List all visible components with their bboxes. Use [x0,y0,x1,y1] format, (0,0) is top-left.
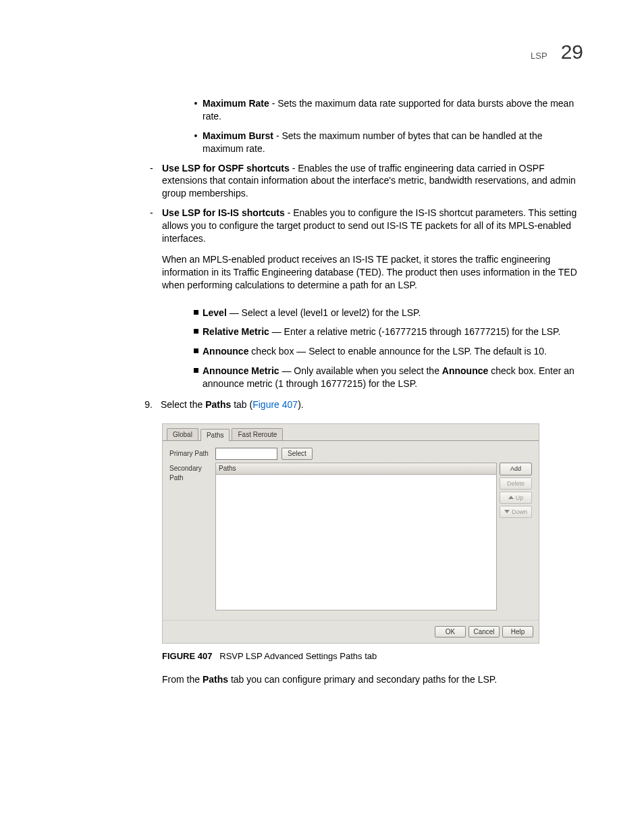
figure-caption: FIGURE 407 RSVP LSP Advanced Settings Pa… [162,650,583,662]
figure-label: FIGURE 407 [162,651,212,661]
dialog-body: Primary Path Select Secondary Path Paths… [163,440,539,620]
tab-fast-reroute[interactable]: Fast Reroute [232,428,283,441]
bullet-announce-metric: Announce Metric — Only available when yo… [189,365,583,390]
text: ). [298,399,304,410]
bullet-icon: • [189,130,203,142]
help-button[interactable]: Help [502,626,533,638]
bullet-relative-metric: Relative Metric — Enter a relative metri… [189,325,583,338]
header-chapter: 29 [561,41,583,63]
up-label: Up [516,494,524,502]
term: Announce Metric [203,365,279,376]
term: Relative Metric [203,326,269,337]
square-icon [189,365,203,373]
step-number: 9. [134,398,161,411]
text: tab ( [231,399,252,410]
paths-column-header: Paths [216,463,496,475]
paths-bold: Paths [205,399,231,410]
secondary-path-row: Secondary Path Paths Add Delete Up Down [169,463,532,610]
dash-icon: - [149,207,162,219]
cancel-button[interactable]: Cancel [468,626,500,638]
bullet-icon: • [189,97,203,109]
side-buttons: Add Delete Up Down [500,463,532,518]
bullet-ospf: - Use LSP for OSPF shortcuts - Enables t… [149,162,583,201]
ok-button[interactable]: OK [435,626,466,638]
secondary-path-label: Secondary Path [169,463,215,482]
term: Use LSP for OSPF shortcuts [162,163,290,174]
text: tab you can configure primary and second… [228,674,497,685]
desc: — Only available when you select the [279,365,442,376]
dialog-tabs: Global Paths Fast Reroute [163,424,539,441]
select-button[interactable]: Select [281,448,313,460]
step-9: 9. Select the Paths tab (Figure 407). [134,398,583,411]
dialog: Global Paths Fast Reroute Primary Path S… [162,423,539,644]
figure-link[interactable]: Figure 407 [252,399,298,410]
secondary-path-grid[interactable]: Paths [215,463,497,610]
square-icon [189,307,203,315]
bullet-level: Level — Select a level (level1 or level2… [189,307,583,319]
primary-path-label: Primary Path [169,448,215,459]
page-header: LSP 29 [61,41,583,63]
triangle-up-icon [508,496,514,499]
bullet-max-rate: • Maximum Rate - Sets the maximum data r… [189,97,583,123]
bullet-announce: Announce check box — Select to enable an… [189,345,583,358]
body-content: • Maximum Rate - Sets the maximum data r… [162,97,583,686]
term: Maximum Rate [203,98,269,109]
bullet-isis: - Use LSP for IS-IS shortcuts - Enables … [149,207,583,299]
term: Announce [203,346,248,357]
isis-paragraph: When an MPLS-enabled product receives an… [162,253,583,292]
term2: Announce [442,365,488,376]
closing-paragraph: From the Paths tab you can configure pri… [162,673,583,686]
header-section: LSP [531,51,547,61]
text: From the [162,674,203,685]
add-button[interactable]: Add [500,463,532,475]
bullet-max-burst: • Maximum Burst - Sets the maximum numbe… [189,130,583,155]
down-label: Down [512,508,527,516]
up-button[interactable]: Up [500,492,532,504]
desc: — Enter a relative metric (-16777215 thr… [269,326,561,337]
tab-global[interactable]: Global [167,428,198,441]
grid-body [216,475,496,610]
triangle-down-icon [504,510,510,513]
primary-path-input[interactable] [215,448,277,460]
paths-bold: Paths [203,674,228,685]
down-button[interactable]: Down [500,506,532,518]
term: Level [203,307,227,318]
square-icon [189,325,203,334]
figure-407: Global Paths Fast Reroute Primary Path S… [162,423,583,644]
desc: — Select a level (level1 or level2) for … [227,307,421,318]
text: Select the [161,399,205,410]
figure-title: RSVP LSP Advanced Settings Paths tab [219,651,377,661]
desc: check box — Select to enable announce fo… [248,346,547,357]
dash-icon: - [149,162,162,174]
tab-paths[interactable]: Paths [200,429,230,442]
delete-button[interactable]: Delete [500,477,532,490]
dialog-footer: OK Cancel Help [163,620,539,644]
primary-path-row: Primary Path Select [169,448,532,460]
term: Maximum Burst [203,130,273,141]
square-icon [189,345,203,353]
term: Use LSP for IS-IS shortcuts [162,207,285,218]
